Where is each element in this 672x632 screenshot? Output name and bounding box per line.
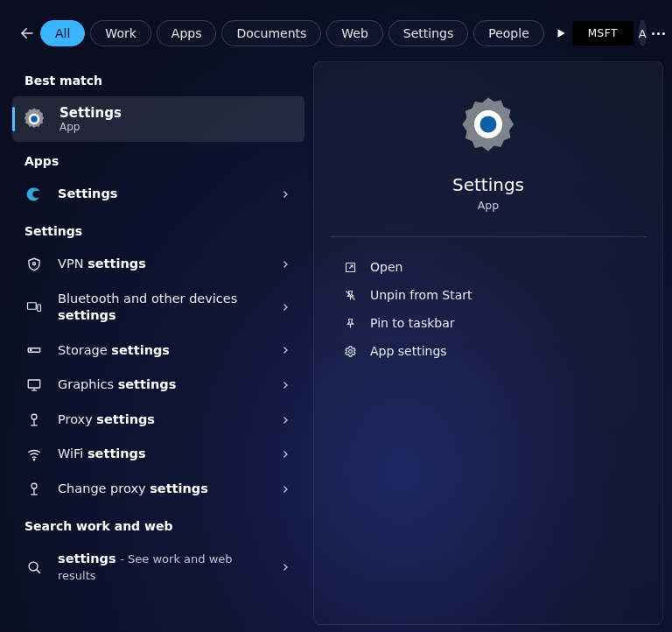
svg-rect-7: [38, 305, 41, 312]
results-column: Best match Settings App Apps Settings: [0, 61, 313, 632]
back-button[interactable]: [19, 18, 35, 49]
settings-result-change-proxy[interactable]: Change proxy settings: [12, 472, 304, 507]
chevron-right-icon: [280, 415, 290, 425]
unpin-icon: [342, 289, 358, 302]
msft-badge[interactable]: MSFT: [572, 21, 634, 46]
divider: [330, 236, 647, 237]
gear-icon: [342, 345, 358, 358]
result-label: Settings: [58, 186, 266, 203]
action-label: Pin to taskbar: [370, 316, 455, 330]
filter-tabs: All Work Apps Documents Web Settings Peo…: [40, 20, 544, 46]
result-label: Proxy settings: [58, 411, 266, 429]
section-heading-apps: Apps: [12, 142, 313, 177]
svg-point-20: [29, 562, 38, 571]
chevron-right-icon: [280, 189, 290, 200]
preview-subtitle: App: [478, 199, 499, 212]
result-label: VPN settings: [58, 256, 266, 273]
section-heading-settings: Settings: [12, 212, 313, 247]
open-icon: [342, 261, 358, 274]
storage-icon: [24, 342, 44, 358]
search-icon: [24, 560, 44, 575]
action-label: Unpin from Start: [370, 288, 472, 302]
chevron-right-icon: [280, 302, 290, 312]
filter-tab-people[interactable]: People: [473, 20, 544, 46]
proxy-icon: [24, 412, 44, 428]
filter-tab-web[interactable]: Web: [326, 20, 383, 46]
web-result[interactable]: settings - See work and web results: [12, 542, 304, 593]
devices-icon: [24, 299, 44, 315]
settings-result-vpn[interactable]: VPN settings: [12, 247, 304, 282]
arrow-left-icon: [19, 25, 35, 41]
svg-line-21: [36, 569, 39, 572]
best-match-subtitle: App: [60, 121, 122, 133]
wifi-icon: [24, 446, 44, 462]
filter-tab-all[interactable]: All: [40, 20, 85, 46]
play-button[interactable]: [555, 18, 567, 48]
action-open[interactable]: Open: [337, 253, 640, 281]
shield-icon: [24, 256, 44, 272]
result-label: WiFi settings: [58, 446, 266, 463]
chevron-right-icon: [280, 345, 290, 355]
settings-result-storage[interactable]: Storage settings: [12, 334, 304, 369]
proxy-icon: [24, 481, 44, 497]
svg-point-3: [31, 116, 38, 123]
chevron-right-icon: [280, 449, 290, 460]
best-match-result[interactable]: Settings App: [12, 96, 304, 142]
result-label: settings - See work and web results: [58, 551, 266, 585]
result-label: Storage settings: [58, 342, 266, 360]
action-app-settings[interactable]: App settings: [337, 337, 640, 365]
result-label: Change proxy settings: [58, 481, 266, 498]
result-label: Bluetooth and other devices settings: [58, 291, 266, 325]
settings-result-bluetooth[interactable]: Bluetooth and other devices settings: [12, 282, 304, 334]
action-label: Open: [370, 260, 402, 274]
apps-result[interactable]: Settings: [12, 177, 304, 212]
svg-point-9: [31, 350, 32, 352]
edge-icon: [24, 186, 44, 203]
svg-rect-6: [28, 303, 37, 310]
svg-point-13: [32, 414, 37, 419]
chevron-right-icon: [280, 484, 290, 495]
svg-point-17: [32, 483, 37, 488]
svg-point-5: [33, 263, 36, 265]
preview-title: Settings: [452, 174, 524, 195]
gear-icon: [21, 106, 47, 132]
chevron-right-icon: [280, 380, 290, 390]
settings-result-graphics[interactable]: Graphics settings: [12, 368, 304, 403]
user-avatar[interactable]: A: [639, 20, 647, 46]
chevron-right-icon: [280, 259, 290, 270]
filter-tab-work[interactable]: Work: [90, 20, 150, 46]
settings-result-proxy[interactable]: Proxy settings: [12, 403, 304, 438]
filter-tab-settings[interactable]: Settings: [388, 20, 468, 46]
more-icon: [652, 32, 665, 35]
play-icon: [555, 27, 567, 39]
gear-icon: [458, 94, 519, 155]
chevron-right-icon: [280, 562, 290, 572]
svg-marker-1: [557, 29, 564, 37]
settings-result-wifi[interactable]: WiFi settings: [12, 437, 304, 472]
monitor-icon: [24, 377, 44, 393]
section-heading-web: Search work and web: [12, 507, 313, 542]
section-heading-best-match: Best match: [12, 61, 313, 96]
svg-point-16: [33, 459, 35, 460]
svg-point-28: [348, 349, 352, 353]
best-match-title: Settings: [60, 105, 122, 121]
result-label: Graphics settings: [58, 376, 266, 394]
action-label: App settings: [370, 344, 447, 358]
svg-point-23: [480, 116, 497, 133]
pin-icon: [342, 317, 358, 330]
header-bar: All Work Apps Documents Web Settings Peo…: [0, 0, 672, 61]
filter-tab-apps[interactable]: Apps: [157, 20, 217, 46]
more-button[interactable]: [652, 18, 665, 48]
action-pin-taskbar[interactable]: Pin to taskbar: [337, 309, 640, 337]
preview-panel: Settings App Open Unpin from Start Pin: [313, 61, 663, 625]
filter-tab-documents[interactable]: Documents: [221, 20, 321, 46]
action-unpin[interactable]: Unpin from Start: [337, 281, 640, 309]
svg-rect-10: [28, 380, 40, 388]
